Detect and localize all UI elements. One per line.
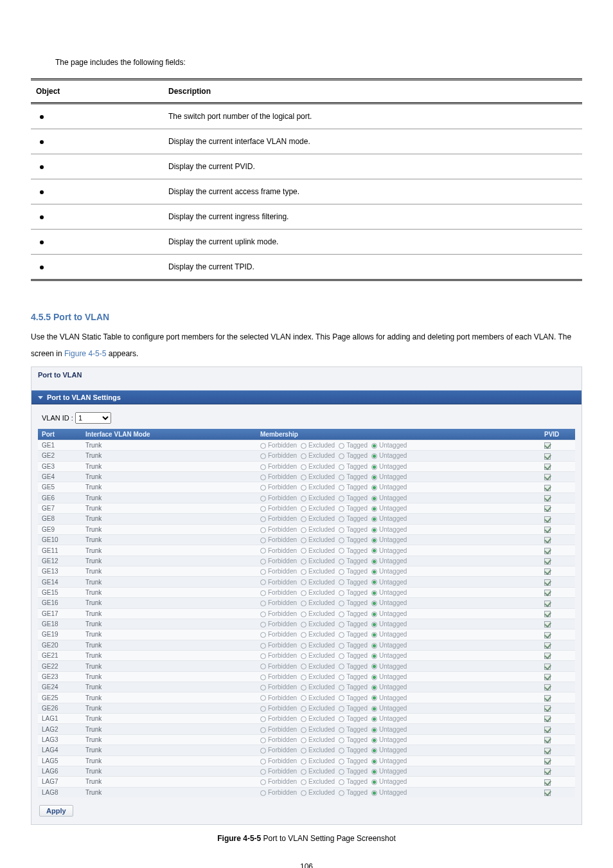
membership-radio-tagged[interactable] — [339, 674, 344, 680]
pvid-checkbox[interactable] — [544, 705, 551, 712]
membership-radio-forbidden[interactable] — [260, 632, 266, 638]
membership-radio-excluded[interactable] — [301, 496, 306, 502]
membership-radio-forbidden[interactable] — [260, 790, 266, 796]
membership-radio-tagged[interactable] — [339, 464, 344, 470]
membership-radio-tagged[interactable] — [339, 569, 344, 575]
membership-radio-tagged[interactable] — [339, 706, 344, 712]
membership-radio-tagged[interactable] — [339, 748, 344, 754]
membership-radio-tagged[interactable] — [339, 716, 344, 722]
pvid-checkbox[interactable] — [544, 485, 551, 491]
pvid-checkbox[interactable] — [544, 790, 551, 796]
membership-radio-excluded[interactable] — [301, 559, 306, 565]
membership-radio-untagged[interactable] — [371, 759, 377, 764]
membership-radio-untagged[interactable] — [371, 779, 377, 785]
membership-radio-excluded[interactable] — [301, 779, 306, 785]
pvid-checkbox[interactable] — [544, 474, 551, 480]
membership-radio-untagged[interactable] — [371, 716, 377, 722]
membership-radio-excluded[interactable] — [301, 716, 306, 722]
membership-radio-tagged[interactable] — [339, 453, 344, 459]
membership-radio-excluded[interactable] — [301, 579, 306, 585]
membership-radio-tagged[interactable] — [339, 579, 344, 585]
membership-radio-untagged[interactable] — [371, 769, 377, 775]
membership-radio-untagged[interactable] — [371, 674, 377, 680]
membership-radio-untagged[interactable] — [371, 790, 377, 796]
pvid-checkbox[interactable] — [544, 632, 551, 638]
membership-radio-excluded[interactable] — [301, 664, 306, 669]
membership-radio-forbidden[interactable] — [260, 779, 266, 785]
vlan-id-select[interactable]: 1 — [75, 412, 111, 424]
membership-radio-untagged[interactable] — [371, 443, 377, 449]
membership-radio-forbidden[interactable] — [260, 485, 266, 491]
membership-radio-forbidden[interactable] — [260, 506, 266, 512]
membership-radio-untagged[interactable] — [371, 695, 377, 701]
pvid-checkbox[interactable] — [544, 748, 551, 754]
membership-radio-untagged[interactable] — [371, 685, 377, 691]
membership-radio-untagged[interactable] — [371, 506, 377, 512]
membership-radio-excluded[interactable] — [301, 632, 306, 638]
pvid-checkbox[interactable] — [544, 590, 551, 596]
pvid-checkbox[interactable] — [544, 653, 551, 659]
membership-radio-excluded[interactable] — [301, 527, 306, 533]
membership-radio-tagged[interactable] — [339, 443, 344, 449]
membership-radio-tagged[interactable] — [339, 769, 344, 775]
membership-radio-excluded[interactable] — [301, 653, 306, 659]
pvid-checkbox[interactable] — [544, 568, 551, 575]
pvid-checkbox[interactable] — [544, 516, 551, 523]
membership-radio-forbidden[interactable] — [260, 727, 266, 733]
membership-radio-tagged[interactable] — [339, 527, 344, 533]
pvid-checkbox[interactable] — [544, 442, 551, 449]
membership-radio-excluded[interactable] — [301, 622, 306, 628]
membership-radio-untagged[interactable] — [371, 485, 377, 491]
membership-radio-untagged[interactable] — [371, 706, 377, 712]
settings-bar[interactable]: Port to VLAN Settings — [31, 390, 582, 404]
membership-radio-excluded[interactable] — [301, 643, 306, 649]
membership-radio-tagged[interactable] — [339, 622, 344, 628]
membership-radio-untagged[interactable] — [371, 453, 377, 459]
membership-radio-forbidden[interactable] — [260, 643, 266, 649]
membership-radio-tagged[interactable] — [339, 759, 344, 764]
pvid-checkbox[interactable] — [544, 642, 551, 649]
pvid-checkbox[interactable] — [544, 716, 551, 722]
membership-radio-untagged[interactable] — [371, 611, 377, 617]
membership-radio-forbidden[interactable] — [260, 685, 266, 691]
membership-radio-forbidden[interactable] — [260, 516, 266, 522]
membership-radio-untagged[interactable] — [371, 590, 377, 596]
membership-radio-untagged[interactable] — [371, 622, 377, 628]
membership-radio-forbidden[interactable] — [260, 759, 266, 764]
membership-radio-excluded[interactable] — [301, 464, 306, 470]
membership-radio-untagged[interactable] — [371, 538, 377, 543]
membership-radio-tagged[interactable] — [339, 790, 344, 796]
apply-button[interactable]: Apply — [39, 805, 73, 817]
pvid-checkbox[interactable] — [544, 737, 551, 743]
membership-radio-excluded[interactable] — [301, 748, 306, 754]
membership-radio-excluded[interactable] — [301, 601, 306, 606]
membership-radio-tagged[interactable] — [339, 695, 344, 701]
membership-radio-forbidden[interactable] — [260, 475, 266, 480]
membership-radio-tagged[interactable] — [339, 685, 344, 691]
pvid-checkbox[interactable] — [544, 579, 551, 586]
pvid-checkbox[interactable] — [544, 768, 551, 775]
membership-radio-untagged[interactable] — [371, 496, 377, 502]
membership-radio-excluded[interactable] — [301, 475, 306, 480]
membership-radio-tagged[interactable] — [339, 653, 344, 659]
membership-radio-forbidden[interactable] — [260, 569, 266, 575]
pvid-checkbox[interactable] — [544, 695, 551, 701]
membership-radio-tagged[interactable] — [339, 727, 344, 733]
membership-radio-excluded[interactable] — [301, 790, 306, 796]
membership-radio-untagged[interactable] — [371, 579, 377, 585]
membership-radio-excluded[interactable] — [301, 769, 306, 775]
pvid-checkbox[interactable] — [544, 758, 551, 764]
membership-radio-excluded[interactable] — [301, 485, 306, 491]
membership-radio-excluded[interactable] — [301, 569, 306, 575]
membership-radio-excluded[interactable] — [301, 538, 306, 543]
membership-radio-forbidden[interactable] — [260, 559, 266, 565]
membership-radio-excluded[interactable] — [301, 548, 306, 554]
membership-radio-forbidden[interactable] — [260, 716, 266, 722]
membership-radio-excluded[interactable] — [301, 685, 306, 691]
membership-radio-untagged[interactable] — [371, 653, 377, 659]
membership-radio-tagged[interactable] — [339, 516, 344, 522]
membership-radio-forbidden[interactable] — [260, 464, 266, 470]
membership-radio-tagged[interactable] — [339, 737, 344, 743]
membership-radio-tagged[interactable] — [339, 496, 344, 502]
membership-radio-excluded[interactable] — [301, 443, 306, 449]
